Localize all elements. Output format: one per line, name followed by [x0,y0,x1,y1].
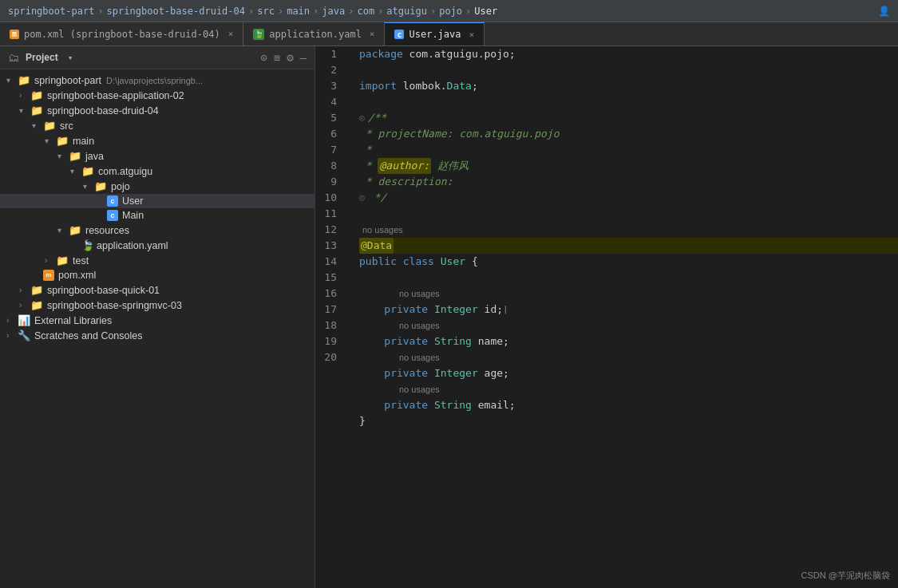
comment-6: * projectName: com.atguigu.pojo [359,126,559,142]
quick-01-label: springboot-base-quick-01 [47,285,160,296]
tree-item-java[interactable]: ▾ 📁 java [0,148,314,164]
bc-pojo[interactable]: pojo [439,6,462,17]
title-bar: springboot-part › springboot-base-druid-… [0,0,898,22]
tree-item-pom-xml[interactable]: m pom.xml [0,268,314,282]
no-usages-15: no usages [359,286,898,302]
kw-private-17: private [384,365,428,381]
gutter-10: ◎ [359,190,365,206]
tree-item-pojo[interactable]: ▾ 📁 pojo [0,179,314,194]
tab-user-close[interactable]: × [469,30,475,40]
folder-main-icon: 📁 [56,135,69,147]
pojo-label: pojo [111,181,130,192]
tree-item-external-libraries[interactable]: › 📊 External Libraries [0,313,314,328]
arrow-springmvc-03: › [19,301,30,310]
druid-04-label: springboot-base-druid-04 [47,105,159,116]
project-tree: ▾ 📁 springboot-part D:\javaprojects\spri… [0,69,314,346]
arrow-quick-01: › [19,286,30,294]
tab-pom-close[interactable]: × [228,29,234,39]
no-usages-17: no usages [359,349,898,365]
tree-item-application-02[interactable]: › 📁 springboot-base-application-02 [0,88,314,103]
ln-9: 9 [315,174,343,190]
ln-16: 16 [315,286,343,302]
code-line-12: @Data [359,238,898,254]
ln-8: 8 [315,158,343,174]
tree-item-test[interactable]: › 📁 test [0,253,314,268]
no-usages-label-15: no usages [399,286,440,302]
tab-yaml-close[interactable]: × [370,29,375,39]
arrow-src: ▾ [32,121,43,130]
arrow-scratches: › [6,331,18,340]
sidebar-collapse-icon[interactable]: ≡ [274,51,280,64]
user-icon[interactable]: 👤 [878,6,890,17]
sidebar-title: Project [26,52,58,63]
tree-item-scratches[interactable]: › 🔧 Scratches and Consoles [0,328,314,343]
sidebar-icons: ⊙ ≡ ⚙ — [260,51,307,64]
bc-user[interactable]: User [474,6,497,17]
comment-9: * description: [359,174,453,190]
arrow-test: › [45,256,56,265]
type-string-16: String [434,333,472,349]
tree-item-src[interactable]: ▾ 📁 src [0,118,314,133]
bc-druid-04[interactable]: springboot-base-druid-04 [107,6,245,17]
code-line-6: * projectName: com.atguigu.pojo [359,126,898,142]
bc-springboot-part[interactable]: springboot-part [8,6,94,17]
comment-8a: * [359,158,378,174]
tree-item-user[interactable]: c User [0,194,314,208]
tree-item-springboot-part[interactable]: ▾ 📁 springboot-part D:\javaprojects\spri… [0,73,314,88]
ln-7: 7 [315,142,343,158]
no-usages-16: no usages [359,318,898,333]
tab-yaml-label: application.yaml [269,29,362,40]
folder-druid-04-icon: 📁 [30,105,43,116]
code-line-20 [359,429,898,445]
code-line-19: } [359,413,898,429]
user-class-icon: c [107,195,118,207]
no-usages-label-12: no usages [362,222,403,238]
folder-test-icon: 📁 [56,255,69,266]
tab-user[interactable]: c User.java × [385,22,485,45]
tab-yaml[interactable]: 🍃 application.yaml × [243,22,385,45]
kw-private-18: private [384,397,428,413]
tree-item-application-yaml[interactable]: 🍃 application.yaml [0,238,314,253]
tree-item-quick-01[interactable]: › 📁 springboot-base-quick-01 [0,282,314,298]
kw-private-15: private [384,302,428,318]
arrow-springboot-part: ▾ [6,76,18,85]
sidebar-hide-icon[interactable]: — [300,51,307,64]
tree-item-resources[interactable]: ▾ 📁 resources [0,223,314,238]
annotation-data: @Data [359,238,394,254]
code-line-16: private String name; [359,333,898,349]
tab-pom[interactable]: m pom.xml (springboot-base-druid-04) × [0,22,243,45]
tree-item-springmvc-03[interactable]: › 📁 springboot-base-springmvc-03 [0,298,314,313]
application-02-label: springboot-base-application-02 [47,90,184,101]
code-area: package com.atguigu.pojo; import lombok.… [351,46,898,588]
folder-resources-icon: 📁 [69,224,81,236]
folder-quick-01-icon: 📁 [30,284,43,296]
bc-src[interactable]: src [257,6,275,17]
tree-item-druid-04[interactable]: ▾ 📁 springboot-base-druid-04 [0,103,314,118]
application-yaml-label: application.yaml [97,240,168,251]
sidebar-dropdown[interactable]: ▾ [68,53,73,63]
tree-item-main-class[interactable]: c Main [0,208,314,223]
bc-java[interactable]: java [322,6,345,17]
ln-13: 13 [315,238,343,254]
tab-bar: m pom.xml (springboot-base-druid-04) × 🍃… [0,22,898,46]
code-line-2 [359,62,898,78]
bc-main[interactable]: main [287,6,310,17]
sidebar-header: 🗂 Project ▾ ⊙ ≡ ⚙ — [0,46,314,69]
scratches-icon: 🔧 [18,330,30,341]
ln-20: 20 [315,349,343,365]
editor[interactable]: 1 2 3 4 5 6 7 8 9 10 11 12 13 14 15 16 1… [315,46,898,588]
no-usages-label-17: no usages [399,349,440,365]
sidebar-locate-icon[interactable]: ⊙ [260,51,267,64]
code-line-17: private Integer age; [359,365,898,381]
tree-item-main[interactable]: ▾ 📁 main [0,133,314,148]
bc-atguigu[interactable]: atguigu [386,6,427,17]
sidebar-settings-icon[interactable]: ⚙ [287,51,293,64]
code-line-1: package com.atguigu.pojo; [359,46,898,62]
comment-5: /** [368,110,386,126]
breadcrumb: springboot-part › springboot-base-druid-… [8,6,878,17]
bc-com[interactable]: com [357,6,374,17]
ln-2: 2 [315,62,343,78]
main-layout: 🗂 Project ▾ ⊙ ≡ ⚙ — ▾ 📁 springboot-part … [0,46,898,588]
tree-item-com-atguigu[interactable]: ▾ 📁 com.atguigu [0,164,314,179]
main-class-label: Main [122,210,144,221]
